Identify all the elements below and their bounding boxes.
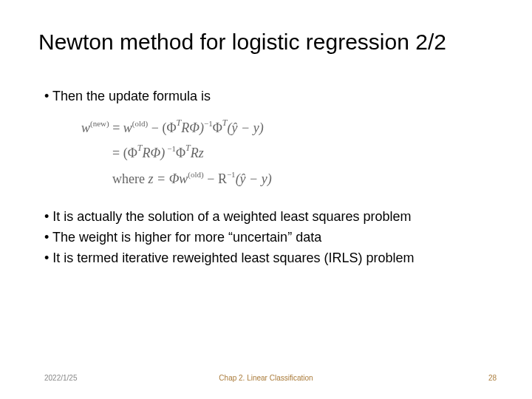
footer-chapter: Chap 2. Linear Classification [0, 374, 532, 382]
eq2-lead: = (Φ [112, 146, 137, 160]
eq1-inv: −1 [204, 119, 213, 128]
eq1-w-lhs: w [81, 120, 90, 135]
equation-line-2: = (ΦTRΦ)−1ΦTRz [81, 140, 495, 166]
eq2-T1: T [137, 143, 143, 153]
bullet-4-text: It is termed iterative reweighted least … [52, 250, 414, 265]
eq1-w-rhs: w [123, 120, 132, 135]
slide-title: Newton method for logistic regression 2/… [38, 30, 510, 55]
eq3-tail: (ŷ − y) [236, 171, 272, 186]
eq1-R: RΦ) [181, 120, 204, 135]
eq2-T2: T [185, 143, 191, 153]
eq1-T2: T [222, 117, 228, 128]
slide: Newton method for logistic regression 2/… [0, 0, 532, 399]
eq2-tail: Rz [191, 146, 204, 160]
eq3-inv: −1 [227, 170, 236, 179]
bullet-3-text: The weight is higher for more “uncertain… [52, 230, 321, 245]
slide-body: • Then the update formula is w(new) = w(… [44, 87, 495, 270]
bullet-3: • The weight is higher for more “uncerta… [44, 228, 495, 246]
eq1-a: − (Φ [148, 120, 176, 135]
eq2-phi: Φ [176, 146, 185, 160]
bullet-2: • It is actually the solution of a weigh… [44, 208, 495, 225]
bullet-1-text: Then the update formula is [52, 89, 211, 103]
eq2-inv: −1 [165, 144, 176, 153]
eq1-T1: T [177, 117, 182, 128]
eq3-where: where [112, 171, 148, 186]
eq3-z: z = Φw [148, 171, 188, 186]
eq3-old: (old) [188, 170, 203, 179]
equation-line-1: w(new) = w(old) − (ΦTRΦ)−1ΦT(ŷ − y) [81, 115, 495, 140]
bullet-2-text: It is actually the solution of a weighte… [52, 209, 411, 224]
eq3-mid: − R [204, 171, 227, 186]
eq2-R: RΦ) [143, 146, 166, 160]
eq1-new: (new) [90, 119, 109, 128]
equation-block: w(new) = w(old) − (ΦTRΦ)−1ΦT(ŷ − y) = (Φ… [81, 115, 495, 191]
eq1-old: (old) [132, 119, 148, 128]
eq1-phi: Φ [213, 120, 222, 135]
bullet-4: • It is termed iterative reweighted leas… [44, 249, 495, 267]
equation-line-3: where z = Φw(old) − R−1(ŷ − y) [81, 166, 495, 191]
bullet-1: • Then the update formula is [44, 87, 495, 105]
eq1-tail: (ŷ − y) [228, 120, 264, 135]
eq1-eq: = [109, 120, 123, 135]
footer-page-number: 28 [488, 374, 497, 382]
